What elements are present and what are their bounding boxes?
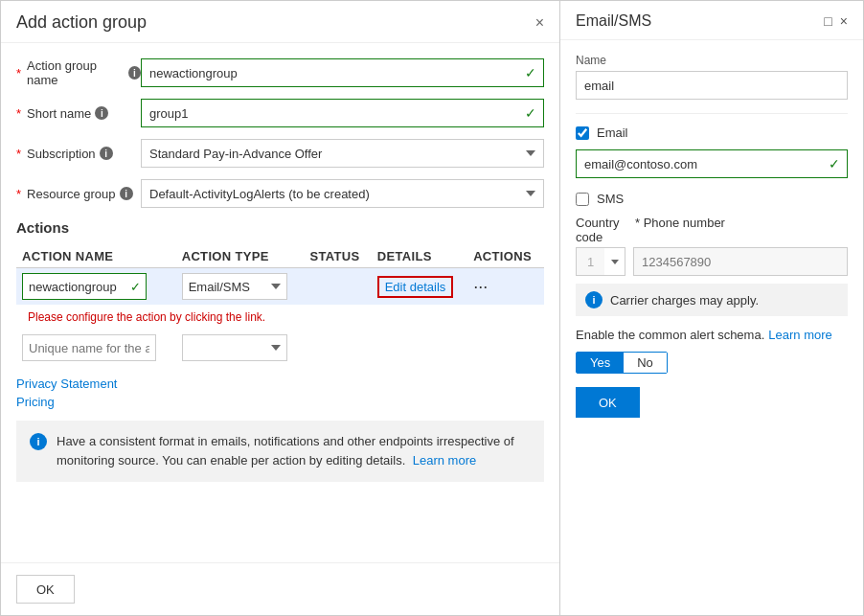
actions-section-title: Actions [16, 219, 544, 236]
action-status-cell [304, 268, 371, 306]
country-code-wrap [576, 247, 625, 276]
col-status: STATUS [304, 245, 371, 268]
country-code-input[interactable] [576, 247, 604, 276]
col-action-name: ACTION NAME [16, 245, 176, 268]
info-box-text: Have a consistent format in emails, noti… [57, 432, 531, 470]
actions-table: ACTION NAME ACTION TYPE STATUS DETAILS A… [16, 245, 544, 367]
sms-checkbox-row: SMS [576, 192, 848, 206]
sms-checkbox-label[interactable]: SMS [597, 192, 624, 206]
carrier-text: Carrier charges may apply. [610, 293, 759, 308]
resource-group-select-wrap: Default-ActivityLogAlerts (to be created… [141, 179, 544, 208]
action-group-name-info-icon[interactable]: i [128, 66, 141, 80]
subscription-select[interactable]: Standard Pay-in-Advance Offer [141, 139, 544, 168]
warning-cell: Please configure the action by clicking … [16, 305, 544, 329]
ok-button[interactable]: OK [16, 575, 75, 604]
privacy-statement-link[interactable]: Privacy Statement [16, 376, 118, 391]
subscription-label: * Subscription i [16, 147, 141, 161]
action-group-name-row: * Action group name i ✓ [16, 58, 544, 87]
right-panel-header: Email/SMS □ × [560, 1, 863, 40]
action-group-name-check-icon: ✓ [525, 65, 536, 80]
sms-input-row [576, 247, 848, 276]
col-action-type: ACTION TYPE [176, 245, 305, 268]
short-name-input-wrap: ✓ [141, 99, 544, 127]
maximize-button[interactable]: □ [824, 13, 831, 29]
schema-row: Enable the common alert schema. Learn mo… [576, 328, 848, 342]
phone-input[interactable] [633, 247, 848, 276]
info-box-learn-more-link[interactable]: Learn more [413, 453, 476, 468]
col-actions: ACTIONS [467, 245, 544, 268]
divider [576, 113, 848, 114]
action-details-cell: Edit details [372, 268, 467, 306]
right-close-button[interactable]: × [840, 13, 848, 29]
short-name-label: * Short name i [16, 106, 141, 121]
pricing-link[interactable]: Pricing [16, 395, 55, 409]
left-panel-body: * Action group name i ✓ * Short name i ✓ [1, 43, 559, 562]
name-label: Name [576, 54, 848, 67]
right-panel-body: Name Email ✓ SMS Country code * Phone [560, 40, 863, 615]
new-action-name-cell [16, 329, 176, 367]
schema-learn-more-link[interactable]: Learn more [768, 328, 831, 342]
carrier-box: i Carrier charges may apply. [576, 284, 848, 316]
table-row: ✓ Email/SMS Edit details ··· [16, 268, 544, 306]
action-group-name-input[interactable] [141, 58, 544, 87]
resource-group-label: * Resource group i [16, 187, 141, 201]
new-action-row [16, 329, 544, 367]
right-panel-title: Email/SMS [576, 12, 651, 30]
name-input[interactable] [576, 71, 848, 100]
action-name-cell: ✓ [16, 268, 176, 306]
action-group-name-input-wrap: ✓ [141, 58, 544, 87]
toggle-group: Yes No [576, 352, 668, 374]
right-header-actions: □ × [824, 13, 848, 29]
new-action-type-select[interactable] [182, 334, 287, 361]
warning-row: Please configure the action by clicking … [16, 305, 544, 329]
action-name-input[interactable] [22, 273, 147, 300]
subscription-row: * Subscription i Standard Pay-in-Advance… [16, 139, 544, 168]
new-action-name-input[interactable] [22, 334, 156, 361]
phone-number-label: * Phone number [635, 216, 725, 244]
short-name-info-icon[interactable]: i [95, 106, 108, 120]
left-panel-title: Add action group [16, 12, 147, 33]
action-name-check-icon: ✓ [130, 280, 141, 294]
resource-group-row: * Resource group i Default-ActivityLogAl… [16, 179, 544, 208]
warning-text: Please configure the action by clicking … [22, 307, 271, 328]
email-checkbox-label[interactable]: Email [597, 125, 628, 140]
email-sms-panel: Email/SMS □ × Name Email ✓ [560, 0, 864, 616]
action-context-menu-button[interactable]: ··· [473, 278, 488, 295]
email-checkbox[interactable] [576, 126, 589, 140]
subscription-info-icon[interactable]: i [100, 147, 113, 160]
sms-checkbox[interactable] [576, 193, 589, 206]
schema-label: Enable the common alert schema. [576, 328, 764, 342]
resource-group-select[interactable]: Default-ActivityLogAlerts (to be created… [141, 179, 544, 208]
toggle-no-button[interactable]: No [624, 353, 667, 373]
edit-details-button[interactable]: Edit details [377, 276, 454, 298]
short-name-row: * Short name i ✓ [16, 99, 544, 127]
email-checkbox-row: Email [576, 125, 848, 140]
phone-labels: Country code * Phone number [576, 216, 848, 244]
toggle-yes-button[interactable]: Yes [577, 353, 624, 373]
name-form-group: Name [576, 54, 848, 100]
action-name-input-wrap: ✓ [22, 273, 147, 300]
action-type-cell: Email/SMS [176, 268, 305, 306]
subscription-select-wrap: Standard Pay-in-Advance Offer [141, 139, 544, 168]
action-type-select[interactable]: Email/SMS [182, 273, 287, 300]
country-dropdown[interactable] [604, 247, 625, 276]
short-name-check-icon: ✓ [525, 105, 536, 121]
new-action-type-cell [176, 329, 305, 367]
action-group-name-label: * Action group name i [16, 58, 141, 87]
left-close-button[interactable]: × [535, 15, 544, 31]
resource-group-info-icon[interactable]: i [120, 187, 133, 200]
info-box-icon: i [30, 433, 47, 450]
left-panel-header: Add action group × [1, 1, 559, 43]
col-details: DETAILS [372, 245, 467, 268]
right-ok-button[interactable]: OK [576, 387, 640, 418]
info-box: i Have a consistent format in emails, no… [16, 421, 544, 482]
email-check-icon: ✓ [829, 156, 840, 171]
email-input-group: ✓ [576, 149, 848, 178]
carrier-info-icon: i [585, 291, 603, 308]
name-input-wrap [576, 71, 848, 100]
add-action-group-panel: Add action group × * Action group name i… [0, 0, 560, 616]
short-name-input[interactable] [141, 99, 544, 127]
email-input[interactable] [576, 149, 848, 178]
left-panel-footer: OK [1, 562, 559, 615]
country-code-label: Country code [576, 216, 629, 244]
